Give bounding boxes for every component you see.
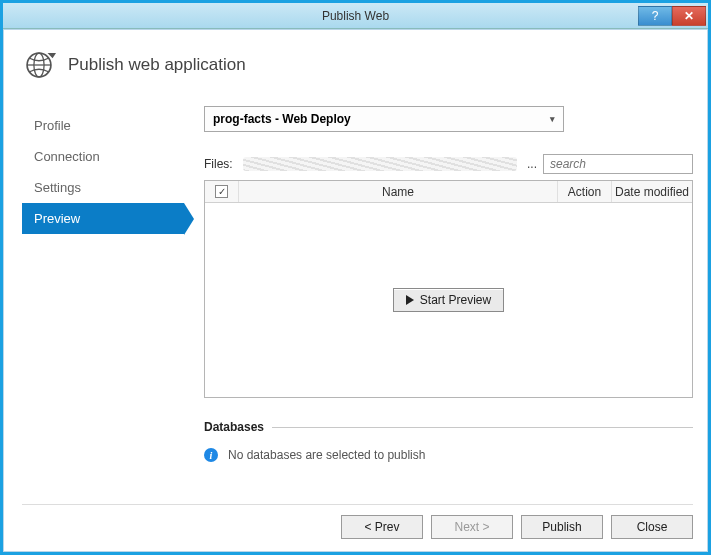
dialog-content: Publish web application Profile Connecti… xyxy=(3,29,708,552)
files-path-redacted xyxy=(243,157,517,171)
databases-message: No databases are selected to publish xyxy=(228,448,425,462)
publish-button[interactable]: Publish xyxy=(521,515,603,539)
dialog-footer: < Prev Next > Publish Close xyxy=(22,504,693,539)
table-body: Start Preview xyxy=(205,203,692,397)
page-title: Publish web application xyxy=(68,55,246,75)
wizard-sidebar: Profile Connection Settings Preview xyxy=(22,106,184,494)
column-select-all[interactable]: ✓ xyxy=(205,181,239,202)
titlebar[interactable]: Publish Web ? ✕ xyxy=(3,3,708,29)
play-icon xyxy=(406,295,414,305)
files-label: Files: xyxy=(204,157,233,171)
prev-button[interactable]: < Prev xyxy=(341,515,423,539)
files-path-ellipsis: ... xyxy=(527,157,537,171)
globe-publish-icon xyxy=(22,48,56,82)
sidebar-item-preview[interactable]: Preview xyxy=(22,203,184,234)
next-button: Next > xyxy=(431,515,513,539)
sidebar-item-profile[interactable]: Profile xyxy=(22,110,184,141)
dialog-window: Publish Web ? ✕ Publish web application … xyxy=(3,3,708,552)
start-preview-label: Start Preview xyxy=(420,293,491,307)
table-header: ✓ Name Action Date modified xyxy=(205,181,692,203)
databases-heading: Databases xyxy=(204,420,264,434)
main-panel: prog-facts - Web Deploy ▾ Files: ... ✓ N… xyxy=(184,106,693,494)
help-button[interactable]: ? xyxy=(638,6,672,26)
divider xyxy=(272,427,693,428)
close-button[interactable]: Close xyxy=(611,515,693,539)
column-date-modified[interactable]: Date modified xyxy=(612,181,692,202)
sidebar-item-connection[interactable]: Connection xyxy=(22,141,184,172)
column-name[interactable]: Name xyxy=(239,181,558,202)
window-title: Publish Web xyxy=(3,9,708,23)
select-all-checkbox[interactable]: ✓ xyxy=(215,185,228,198)
databases-section: Databases i No databases are selected to… xyxy=(204,420,693,462)
profile-dropdown-value: prog-facts - Web Deploy xyxy=(213,112,351,126)
sidebar-item-settings[interactable]: Settings xyxy=(22,172,184,203)
files-table: ✓ Name Action Date modified Start Previe… xyxy=(204,180,693,398)
start-preview-button[interactable]: Start Preview xyxy=(393,288,504,312)
close-window-button[interactable]: ✕ xyxy=(672,6,706,26)
column-action[interactable]: Action xyxy=(558,181,612,202)
search-input[interactable] xyxy=(543,154,693,174)
info-icon: i xyxy=(204,448,218,462)
chevron-down-icon: ▾ xyxy=(550,114,555,124)
header: Publish web application xyxy=(22,48,693,82)
profile-dropdown[interactable]: prog-facts - Web Deploy ▾ xyxy=(204,106,564,132)
